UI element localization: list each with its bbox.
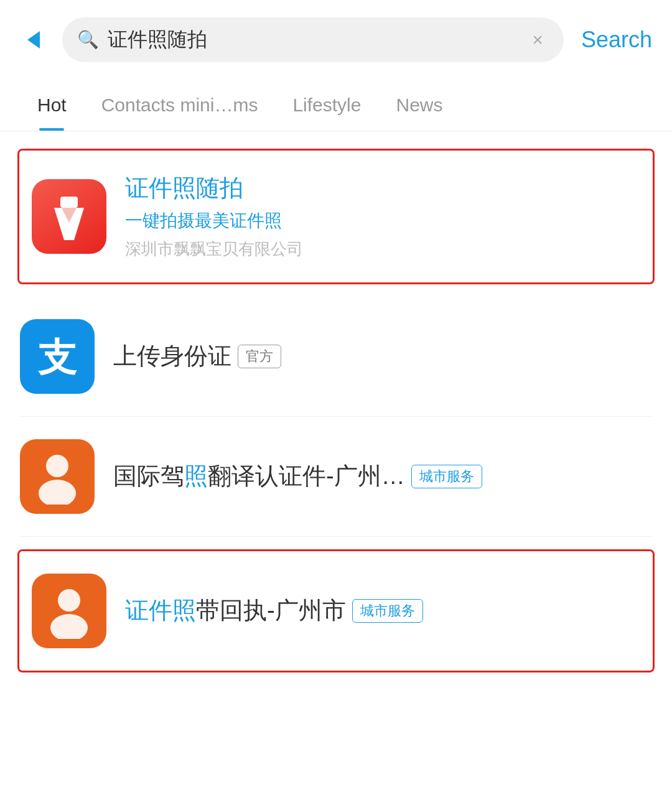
item-content: 证件照带回执-广州市 城市服务 — [125, 595, 640, 626]
tab-contacts[interactable]: Contacts mini…ms — [84, 80, 276, 131]
svg-point-4 — [46, 455, 68, 477]
tabs-bar: Hot Contacts mini…ms Lifestyle News — [0, 80, 672, 131]
app-icon: 支 — [20, 319, 95, 394]
list-item[interactable]: 支 上传身份证 官方 — [20, 297, 652, 417]
item-subtitle: 一键拍摄最美证件照 — [125, 208, 640, 233]
svg-point-6 — [58, 589, 80, 612]
search-button[interactable]: Search — [576, 27, 652, 53]
svg-text:支: 支 — [37, 336, 77, 379]
item-content: 证件照随拍 一键拍摄最美证件照 深圳市飘飘宝贝有限公司 — [125, 173, 640, 260]
list-item[interactable]: 证件照随拍 一键拍摄最美证件照 深圳市飘飘宝贝有限公司 — [17, 149, 655, 284]
app-icon — [32, 179, 106, 254]
svg-point-7 — [50, 614, 88, 639]
list-item[interactable]: 国际驾照翻译认证件-广州… 城市服务 — [20, 417, 652, 537]
tab-hot[interactable]: Hot — [20, 80, 84, 131]
item-title-row: 证件照带回执-广州市 城市服务 — [125, 595, 640, 626]
item-title: 证件照随拍 — [125, 173, 640, 203]
header: 🔍 证件照随拍 × Search — [0, 0, 672, 80]
item-title: 证件照带回执-广州市 — [125, 595, 346, 626]
item-content: 上传身份证 官方 — [113, 341, 652, 371]
item-content: 国际驾照翻译认证件-广州… 城市服务 — [113, 461, 652, 491]
item-title-row: 上传身份证 官方 — [113, 341, 652, 371]
app-icon — [20, 439, 95, 514]
tab-lifestyle[interactable]: Lifestyle — [275, 80, 378, 131]
app-icon — [32, 574, 106, 648]
list-item[interactable]: 证件照带回执-广州市 城市服务 — [17, 549, 655, 672]
search-input-value: 证件照随拍 — [108, 26, 518, 54]
item-company: 深圳市飘飘宝贝有限公司 — [125, 238, 640, 260]
tab-news[interactable]: News — [378, 80, 460, 131]
svg-rect-0 — [60, 197, 78, 208]
svg-point-5 — [39, 480, 76, 505]
results-list: 证件照随拍 一键拍摄最美证件照 深圳市飘飘宝贝有限公司 支 上传身份证 官方 — [0, 149, 672, 672]
search-icon: 🔍 — [77, 31, 99, 49]
item-title-row: 国际驾照翻译认证件-广州… 城市服务 — [113, 461, 652, 491]
item-tag: 城市服务 — [352, 599, 423, 623]
back-button[interactable] — [17, 24, 50, 56]
back-icon — [27, 31, 40, 49]
item-title: 上传身份证 — [113, 341, 231, 371]
item-title: 国际驾照翻译认证件-广州… — [113, 461, 405, 491]
item-tag: 城市服务 — [411, 465, 482, 488]
clear-button[interactable]: × — [526, 29, 549, 51]
item-tag: 官方 — [238, 345, 281, 368]
search-box[interactable]: 🔍 证件照随拍 × — [62, 17, 564, 62]
